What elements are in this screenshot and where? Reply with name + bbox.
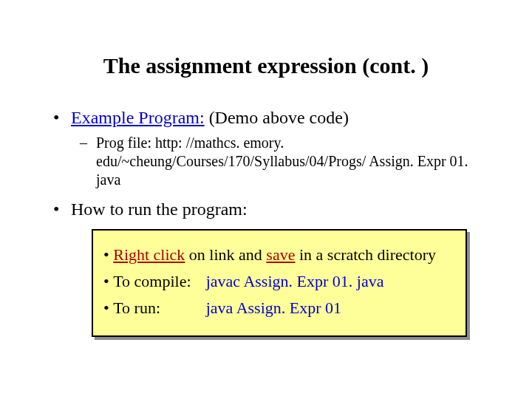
- row1-mid: on link and: [185, 245, 266, 264]
- slide-body: Example Program: (Demo above code) Prog …: [0, 106, 532, 337]
- prog-file-label: Prog file:: [96, 134, 151, 151]
- bullet-example-program: Example Program: (Demo above code) Prog …: [71, 106, 489, 189]
- save-text: save: [266, 245, 295, 264]
- right-click-text: Right click: [113, 245, 185, 264]
- sub-bullet-prog-file: Prog file: http: //mathcs. emory. edu/~c…: [96, 134, 489, 189]
- slide-title: The assignment expression (cont. ): [0, 0, 532, 100]
- row1-post: in a scratch directory: [295, 245, 436, 264]
- example-program-label: Example Program:: [71, 108, 205, 127]
- example-program-rest: (Demo above code): [205, 108, 349, 127]
- sub-bullet-list: Prog file: http: //mathcs. emory. edu/~c…: [71, 134, 489, 189]
- instructions-box: Right click on link and save in a scratc…: [92, 229, 467, 337]
- run-command: java Assign. Expr 01: [206, 299, 341, 318]
- instruction-run: To run: java Assign. Expr 01: [103, 299, 455, 318]
- instruction-compile: To compile: javac Assign. Expr 01. java: [103, 272, 455, 291]
- prog-file-url: http: //mathcs. emory. edu/~cheung/Cours…: [96, 134, 468, 188]
- compile-command: javac Assign. Expr 01. java: [206, 272, 384, 291]
- run-label: To run:: [113, 299, 202, 318]
- bullet-how-to-run: How to run the program:: [71, 198, 489, 221]
- compile-label: To compile:: [113, 272, 202, 291]
- instruction-right-click: Right click on link and save in a scratc…: [103, 245, 455, 265]
- bullet-list: Example Program: (Demo above code) Prog …: [43, 106, 489, 220]
- slide: The assignment expression (cont. ) Examp…: [0, 0, 532, 399]
